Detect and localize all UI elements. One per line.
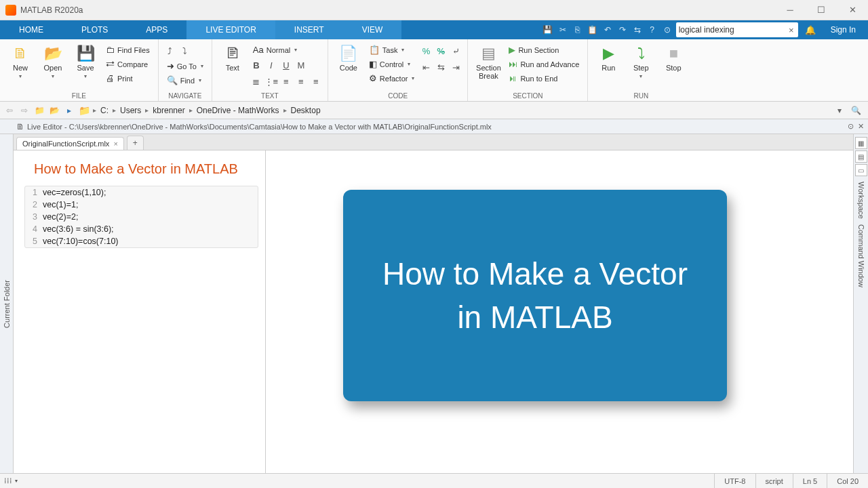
code-block[interactable]: 1vec=zeros(1,10); 2vec(1)=1; 3vec(2)=2; … xyxy=(24,186,258,248)
bold-icon[interactable]: B xyxy=(250,59,262,71)
save-disk-icon: 💾 xyxy=(77,45,95,62)
task-button[interactable]: 📋Task xyxy=(366,43,418,56)
status-line: Ln 5 xyxy=(793,474,827,489)
paste-qat-icon[interactable]: 📋 xyxy=(587,24,599,36)
file-tab[interactable]: OriginalFunctionScript.mlx × xyxy=(16,137,124,150)
save-qat-icon[interactable]: 💾 xyxy=(542,24,554,36)
nav-down-icon[interactable]: ⤵ xyxy=(179,45,191,57)
save-button[interactable]: 💾Save▾ xyxy=(71,42,100,79)
refactor-button[interactable]: ⚙Refactor xyxy=(366,72,418,85)
crumb-3[interactable]: OneDrive - MathWorks xyxy=(194,106,282,115)
tab-plots[interactable]: PLOTS xyxy=(62,20,127,39)
goto-button[interactable]: ➜Go To xyxy=(164,60,206,73)
addr-search-icon[interactable]: 🔍 xyxy=(847,106,865,115)
nav-fwd-icon[interactable]: ⇨ xyxy=(18,104,31,117)
print-button[interactable]: 🖨Print xyxy=(103,72,153,85)
indent-auto-icon[interactable]: ⇆ xyxy=(435,61,447,73)
control-button[interactable]: ◧Control xyxy=(366,58,418,70)
underline-icon[interactable]: U xyxy=(280,59,292,71)
align-left-icon[interactable]: ≡ xyxy=(280,75,292,87)
section-break-button[interactable]: ▤Section Break xyxy=(473,42,503,80)
list-number-icon[interactable]: ⋮≡ xyxy=(265,75,277,87)
status-bar: ⁞⁞⁞ ▾ UTF-8 script Ln 5 Col 20 xyxy=(0,473,868,488)
doc-close-icon[interactable]: ✕ xyxy=(858,122,864,131)
indent-right-icon[interactable]: ⇥ xyxy=(450,61,462,73)
find-button[interactable]: 🔍Find xyxy=(164,74,206,87)
command-window-label[interactable]: Command Window xyxy=(857,220,865,287)
step-button[interactable]: ⤵Step▾ xyxy=(626,42,656,79)
compare-button[interactable]: ⮂Compare xyxy=(103,58,153,70)
copy-qat-icon[interactable]: ⎘ xyxy=(572,24,584,36)
workspace-label[interactable]: Workspace xyxy=(857,178,865,219)
close-button[interactable]: ✕ xyxy=(837,0,868,20)
crumb-2[interactable]: kbrenner xyxy=(150,106,187,115)
status-encoding: UTF-8 xyxy=(714,474,755,489)
align-center-icon[interactable]: ≡ xyxy=(295,75,307,87)
nav-up-icon[interactable]: ⤴ xyxy=(164,45,176,57)
tab-live-editor[interactable]: LIVE EDITOR xyxy=(186,20,275,39)
italic-icon[interactable]: I xyxy=(265,59,277,71)
search-box[interactable]: × xyxy=(676,22,798,37)
run-button[interactable]: ▶Run xyxy=(593,42,623,72)
status-drop-icon[interactable]: ▾ xyxy=(14,478,18,484)
nav-parent-icon[interactable]: 📂 xyxy=(47,104,61,117)
file-tab-close-icon[interactable]: × xyxy=(113,140,117,148)
crumb-1[interactable]: Users xyxy=(117,106,144,115)
mono-icon[interactable]: M xyxy=(295,59,307,71)
add-tab-button[interactable]: + xyxy=(127,136,144,150)
document-bar: 🗎 Live Editor - C:\Users\kbrenner\OneDri… xyxy=(0,119,868,134)
tab-home[interactable]: HOME xyxy=(0,20,62,39)
tab-insert[interactable]: INSERT xyxy=(275,20,343,39)
stop-button[interactable]: ■Stop xyxy=(658,42,688,72)
new-file-icon: 🗎 xyxy=(13,45,28,62)
text-button[interactable]: 🖹Text xyxy=(218,42,248,72)
redo-qat-icon[interactable]: ↷ xyxy=(616,24,629,36)
find-files-icon: 🗀 xyxy=(106,45,115,55)
tab-view[interactable]: VIEW xyxy=(343,20,402,39)
crumb-0[interactable]: C: xyxy=(98,106,111,115)
switch-qat-icon[interactable]: ⇆ xyxy=(631,24,644,36)
new-button[interactable]: 🗎New▾ xyxy=(5,42,35,79)
layout-panel-icon[interactable]: ▤ xyxy=(855,150,867,163)
search-input[interactable] xyxy=(679,25,787,35)
code-line: vec(2)=2; xyxy=(43,211,78,223)
cut-qat-icon[interactable]: ✂ xyxy=(557,24,569,36)
signin-button[interactable]: Sign In xyxy=(823,25,864,35)
help-qat-icon[interactable]: ? xyxy=(646,24,658,36)
undo-qat-icon[interactable]: ↶ xyxy=(601,24,614,36)
wrap-icon[interactable]: ⤶ xyxy=(450,45,462,57)
search-clear-icon[interactable]: × xyxy=(787,25,795,35)
crumb-4[interactable]: Desktop xyxy=(288,106,323,115)
maximize-button[interactable]: ☐ xyxy=(806,0,837,20)
minimize-button[interactable]: ─ xyxy=(774,0,806,20)
indent-left-icon[interactable]: ⇤ xyxy=(420,61,432,73)
workspace-panel-icon[interactable]: ▦ xyxy=(855,137,867,149)
uncomment-icon[interactable]: %̶ xyxy=(435,45,447,57)
output-panel-icon[interactable]: ▭ xyxy=(855,164,867,176)
run-advance-icon: ⏭ xyxy=(509,59,517,69)
run-to-end-button[interactable]: ⏯Run to End xyxy=(506,72,582,85)
code-group-label: CODE xyxy=(334,91,462,100)
addr-dropdown-icon[interactable]: ▾ xyxy=(833,106,846,115)
code-pane[interactable]: How to Make a Vector in MATLAB 1vec=zero… xyxy=(14,150,266,473)
open-button[interactable]: 📂Open▾ xyxy=(38,42,68,79)
current-folder-panel[interactable]: Current Folder xyxy=(0,134,14,473)
run-section-button[interactable]: ▶Run Section xyxy=(506,43,582,56)
notification-icon[interactable]: 🔔 xyxy=(801,25,820,35)
comment-icon[interactable]: % xyxy=(420,45,432,57)
find-files-button[interactable]: 🗀Find Files xyxy=(103,43,153,56)
doc-eye-icon[interactable]: ⊙ xyxy=(848,122,854,131)
align-right-icon[interactable]: ≡ xyxy=(310,75,322,87)
tab-apps[interactable]: APPS xyxy=(127,20,186,39)
code-button[interactable]: 📄Code xyxy=(334,42,363,72)
status-type: script xyxy=(755,474,793,489)
text-style-dropdown[interactable]: AaNormal xyxy=(250,43,322,56)
nav-up-folder-icon[interactable]: 📁 xyxy=(33,104,46,117)
navigate-group-label: NAVIGATE xyxy=(164,91,206,100)
toolstrip: 🗎New▾ 📂Open▾ 💾Save▾ 🗀Find Files ⮂Compare… xyxy=(0,39,868,102)
list-bullet-icon[interactable]: ≣ xyxy=(250,75,262,87)
run-advance-button[interactable]: ⏭Run and Advance xyxy=(506,58,582,70)
qat-dropdown-icon[interactable]: ⊙ xyxy=(661,24,673,36)
nav-back-icon[interactable]: ⇦ xyxy=(3,104,16,117)
titlebar: MATLAB R2020a ─ ☐ ✕ xyxy=(0,0,868,20)
